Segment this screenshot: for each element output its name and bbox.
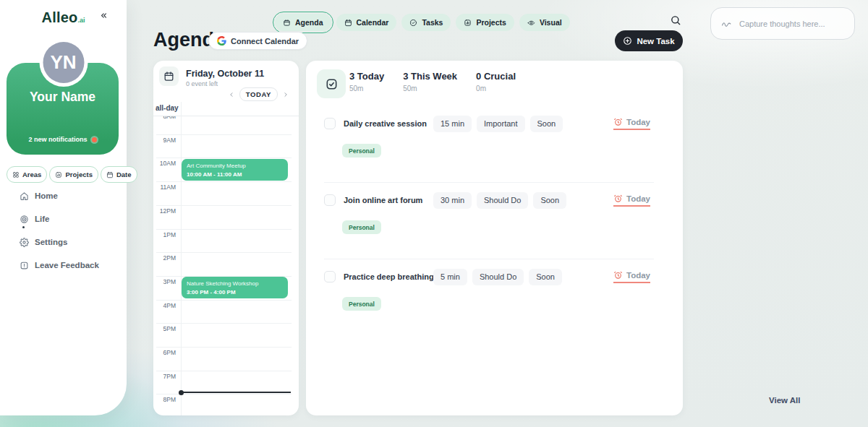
- due-date[interactable]: Today: [613, 270, 650, 283]
- collapse-sidebar-button[interactable]: [99, 11, 109, 20]
- tasks-icon-box: [317, 69, 346, 98]
- hour-line: [156, 181, 292, 182]
- hour-label: 7PM: [153, 373, 176, 380]
- chevron-left-icon[interactable]: [228, 91, 235, 98]
- agenda-calendar-icon-box: [159, 66, 179, 86]
- tab-calendar[interactable]: Calendar: [336, 14, 397, 31]
- hour-label: 4PM: [153, 302, 176, 309]
- duration-pill[interactable]: 5 min: [433, 269, 467, 285]
- filter-pill-areas[interactable]: Areas: [7, 166, 47, 183]
- hour-label: 10AM: [153, 160, 176, 167]
- task-checkbox[interactable]: [324, 271, 336, 282]
- hour-label: 11AM: [153, 184, 176, 191]
- calendar-event[interactable]: Nature Sketching Workshop3:00 PM - 4:00 …: [182, 277, 288, 298]
- filter-pill-date[interactable]: Date: [101, 166, 137, 183]
- urgency-pill[interactable]: Soon: [530, 116, 563, 132]
- agenda-events-left: 0 event left: [186, 80, 218, 87]
- task-row[interactable]: Practice deep breathing5 minShould DoSoo…: [306, 259, 683, 336]
- agenda-grid[interactable]: all-day 8AM9AM10AM11AM12PM1PM2PM3PM4PM5P…: [153, 102, 299, 415]
- due-label: Today: [626, 118, 650, 126]
- visual-icon: [527, 19, 535, 27]
- urgency-pill[interactable]: Soon: [533, 192, 566, 209]
- agenda-icon: [283, 19, 291, 27]
- hour-line: [156, 394, 292, 394]
- alarm-icon: [613, 194, 623, 203]
- check-square-icon: [325, 77, 339, 91]
- tab-agenda[interactable]: Agenda: [275, 14, 331, 31]
- task-tag[interactable]: Personal: [342, 144, 381, 158]
- new-task-button[interactable]: New Task: [615, 30, 683, 51]
- tab-visual[interactable]: Visual: [519, 14, 570, 31]
- task-title: Join online art forum: [344, 196, 433, 204]
- hour-label: 3PM: [153, 278, 176, 285]
- task-row[interactable]: Join online art forum30 minShould DoSoon…: [306, 183, 683, 259]
- new-task-label: New Task: [637, 37, 674, 46]
- stat-minutes: 50m: [349, 85, 384, 92]
- hour-line: [156, 347, 292, 348]
- hour-line: [156, 205, 292, 206]
- stat-minutes: 0m: [476, 85, 516, 92]
- task-title: Practice deep breathing: [344, 272, 433, 281]
- home-icon: [20, 191, 29, 201]
- hour-label: 5PM: [153, 325, 176, 332]
- connect-calendar-label: Connect Calendar: [231, 37, 299, 46]
- stat-0-crucial: 0 Crucial0m: [476, 71, 516, 92]
- sidebar-item-label: Life: [35, 215, 49, 223]
- task-row[interactable]: Daily creative session15 minImportantSoo…: [306, 106, 683, 183]
- now-line: [182, 392, 291, 393]
- notification-dot: [92, 137, 97, 142]
- filter-pill-projects[interactable]: Projects: [49, 166, 98, 183]
- calendar-event[interactable]: Art Community Meetup10:00 AM - 11:00 AM: [182, 159, 288, 181]
- capture-box: [710, 7, 855, 40]
- task-checkbox[interactable]: [324, 194, 336, 206]
- pen-scribble-icon: [721, 18, 732, 29]
- agenda-panel: Friday, October 11 0 event left TODAY al…: [153, 61, 299, 415]
- search-icon[interactable]: [670, 14, 681, 26]
- connect-calendar-button[interactable]: Connect Calendar: [208, 32, 307, 50]
- urgency-pill[interactable]: Soon: [529, 269, 562, 285]
- tab-label: Calendar: [357, 18, 389, 27]
- avatar[interactable]: YN: [43, 42, 84, 83]
- hour-line: [156, 229, 292, 230]
- task-main-line: Join online art forum30 minShould DoSoon…: [324, 191, 650, 209]
- event-time: 3:00 PM - 4:00 PM: [187, 288, 283, 297]
- sidebar-filters: AreasProjectsDate: [7, 166, 137, 183]
- sidebar-item-label: Leave Feedback: [35, 261, 99, 269]
- capture-input[interactable]: [738, 19, 844, 29]
- duration-pill[interactable]: 30 min: [433, 192, 472, 209]
- hour-label: 12PM: [153, 207, 176, 215]
- time-gutter-divider: [181, 102, 182, 415]
- tab-projects[interactable]: Projects: [456, 14, 514, 31]
- notification-row[interactable]: 2 new notifications: [7, 136, 119, 143]
- sidebar-item-home[interactable]: Home: [20, 191, 99, 201]
- today-button[interactable]: TODAY: [239, 87, 278, 101]
- task-tag[interactable]: Personal: [342, 297, 381, 311]
- event-time: 10:00 AM - 11:00 AM: [187, 171, 283, 179]
- due-date[interactable]: Today: [613, 194, 650, 207]
- hour-label: 1PM: [153, 231, 176, 238]
- priority-pill[interactable]: Important: [477, 116, 524, 132]
- sidebar-item-settings[interactable]: Settings: [20, 237, 99, 247]
- hour-line: [156, 371, 292, 371]
- task-tag[interactable]: Personal: [342, 220, 381, 234]
- sidebar-item-leave-feedback[interactable]: Leave Feedback: [20, 260, 99, 270]
- due-date[interactable]: Today: [613, 117, 650, 130]
- tasks-panel: 3 Today50m3 This Week50m0 Crucial0m Dail…: [306, 61, 683, 415]
- event-title: Nature Sketching Workshop: [187, 280, 283, 288]
- task-checkbox[interactable]: [324, 118, 336, 129]
- feedback-icon: [20, 261, 29, 270]
- calendar-icon: [106, 171, 114, 178]
- priority-pill[interactable]: Should Do: [472, 269, 524, 285]
- sidebar-item-life[interactable]: Life: [20, 214, 99, 224]
- tab-tasks[interactable]: Tasks: [401, 14, 451, 31]
- view-all-link[interactable]: View All: [769, 396, 800, 405]
- stat-count: 0 Crucial: [476, 71, 516, 82]
- priority-pill[interactable]: Should Do: [477, 192, 528, 209]
- app-window: Alleo.ai YN Your Name 2 new notification…: [0, 0, 868, 427]
- projects-icon: [55, 171, 62, 178]
- chevron-right-icon[interactable]: [282, 91, 289, 98]
- gear-icon: [20, 238, 29, 247]
- duration-pill[interactable]: 15 min: [433, 116, 472, 132]
- menu-indicator-dot: [22, 226, 25, 228]
- alarm-icon: [613, 270, 623, 280]
